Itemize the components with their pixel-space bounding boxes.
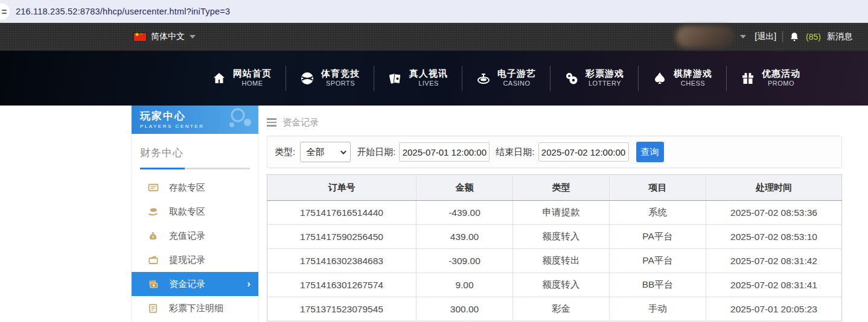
table-cell: 2025-07-02 08:53:10 [706, 225, 842, 249]
search-button[interactable]: 查询 [636, 142, 664, 162]
select-caret-icon [340, 148, 346, 154]
table-cell: 手动 [610, 297, 706, 321]
col-order-id: 订单号 [267, 175, 416, 201]
top-right-group: [退出] (85) 新消息 [676, 23, 852, 51]
logout-link[interactable]: [退出] [755, 31, 776, 42]
main-nav: 网站首页 HOME 体育竞技 SPORTS 真人视讯 LIVES 电子游艺 CA… [0, 51, 868, 106]
nav-item-promo[interactable]: 优惠活动 PROMO [727, 68, 814, 88]
table-row: 1751371523079545300.00彩金手动2025-07-01 20:… [267, 297, 842, 321]
col-type: 类型 [513, 175, 610, 201]
table-cell: 300.00 [416, 297, 513, 321]
table-cell: 1751416301267574 [267, 273, 416, 297]
type-label: 类型: [275, 147, 295, 158]
content-area: 资金记录 类型: 全部 开始日期: 结束日期: 查询 订单号 金额 [267, 106, 842, 321]
end-date-label: 结束日期: [496, 147, 534, 158]
bell-icon[interactable] [789, 31, 800, 42]
sidebar: 玩家中心 PLAYERS CENTER 财务中心 存款专区 取款专区 [131, 106, 259, 322]
deposit-icon [147, 182, 159, 194]
table-cell: -309.00 [416, 249, 513, 273]
start-date-input[interactable] [399, 142, 490, 162]
table-row: 1751417616514440-439.00申请提款系统2025-07-02 … [267, 201, 842, 225]
nav-item-chess[interactable]: 棋牌游戏 CHESS [639, 68, 726, 88]
start-date-label: 开始日期: [357, 147, 395, 158]
nav-item-casino[interactable]: 电子游艺 CASINO [462, 68, 550, 88]
nav-label-en: CASINO [503, 80, 530, 88]
roulette-icon [476, 71, 491, 86]
table-row: 17514163012675749.00额度转入BB平台2025-07-02 0… [267, 273, 842, 297]
sidebar-item-deposit[interactable]: 存款专区 [132, 175, 258, 200]
gift-icon [741, 71, 755, 86]
table-cell: 系统 [610, 201, 706, 225]
sidebar-menu: 存款专区 取款专区 充值记录 提现记录 [132, 175, 258, 322]
table-cell: 额度转入 [513, 273, 610, 297]
nav-item-sports[interactable]: 体育竞技 SPORTS [286, 68, 374, 88]
type-select-value: 全部 [306, 147, 324, 158]
nav-label-en: SPORTS [326, 80, 355, 88]
nav-label-en: HOME [242, 80, 263, 88]
col-processed-time: 处理时间 [706, 175, 842, 201]
table-cell: -439.00 [416, 201, 513, 225]
table-header-row: 订单号 金额 类型 项目 处理时间 [267, 175, 842, 201]
funds-table: 订单号 金额 类型 项目 处理时间 1751417616514440-439.0… [267, 174, 842, 321]
withdraw-record-icon [147, 254, 159, 266]
end-date-input[interactable] [538, 142, 629, 162]
reload-icon[interactable] [0, 3, 10, 20]
funds-record-icon [147, 279, 159, 290]
menu-icon[interactable] [267, 118, 276, 127]
section-rule [140, 168, 250, 169]
sidebar-item-label: 资金记录 [169, 279, 205, 290]
table-cell: 彩金 [513, 297, 610, 321]
nav-item-lottery[interactable]: 彩票游戏 LOTTERY [550, 68, 638, 88]
lottery-balls-icon [564, 71, 579, 86]
table-cell: 额度转出 [513, 249, 610, 273]
sports-ball-icon [300, 71, 314, 86]
table-cell: 2025-07-01 20:05:23 [706, 297, 842, 321]
withdraw-icon [147, 206, 159, 218]
page-title: 资金记录 [282, 117, 319, 128]
table-cell: BB平台 [610, 273, 706, 297]
sidebar-item-lottery-bets[interactable]: 彩票下注明细 [132, 296, 258, 320]
nav-item-lives[interactable]: 真人视讯 LIVES [374, 68, 462, 88]
table-cell: 1751416302384683 [267, 249, 416, 273]
col-amount: 金额 [416, 175, 513, 201]
username-blurred[interactable] [676, 26, 734, 48]
nav-label-zh: 电子游艺 [497, 68, 536, 80]
nav-label-zh: 网站首页 [233, 68, 272, 80]
chevron-down-icon [190, 35, 196, 39]
filter-bar: 类型: 全部 开始日期: 结束日期: 查询 [267, 136, 842, 168]
funds-table-body: 1751417616514440-439.00申请提款系统2025-07-02 … [267, 201, 842, 321]
recharge-record-icon [147, 230, 159, 242]
nav-item-home[interactable]: 网站首页 HOME [198, 68, 286, 88]
table-cell: PA平台 [610, 225, 706, 249]
sidebar-item-recharge-record[interactable]: 充值记录 [132, 224, 258, 248]
message-count: (85) [806, 32, 821, 42]
table-cell: 9.00 [416, 273, 513, 297]
sidebar-item-funds-record[interactable]: 资金记录 › [132, 272, 258, 296]
nav-label-zh: 优惠活动 [762, 68, 800, 80]
table-cell: 2025-07-02 08:31:41 [706, 273, 842, 297]
browser-address-bar: 216.118.235.52:8783/hhcp/usercenter.html… [0, 0, 868, 23]
divider [782, 31, 783, 42]
language-selector[interactable]: 简体中文 [134, 23, 196, 51]
sidebar-item-label: 提现记录 [169, 254, 205, 266]
page-body: 玩家中心 PLAYERS CENTER 财务中心 存款专区 取款专区 [131, 106, 868, 322]
table-cell: 1751417590256450 [267, 225, 416, 249]
gamepad-watermark-icon [203, 107, 255, 134]
user-chevron-down-icon[interactable] [740, 35, 746, 39]
table-cell: 申请提款 [513, 201, 610, 225]
finance-section-label: 财务中心 [140, 146, 250, 160]
message-label[interactable]: 新消息 [827, 31, 852, 42]
type-select[interactable]: 全部 [300, 142, 351, 162]
nav-label-en: LOTTERY [589, 80, 621, 88]
sidebar-item-withdraw-record[interactable]: 提现记录 [132, 248, 258, 272]
table-cell: 1751417616514440 [267, 201, 416, 225]
table-row: 1751416302384683-309.00额度转出PA平台2025-07-0… [267, 249, 842, 273]
language-label: 简体中文 [151, 31, 185, 42]
table-cell: 2025-07-02 08:53:36 [706, 201, 842, 225]
chevron-right-icon: › [247, 278, 251, 290]
lottery-bets-icon [147, 303, 159, 314]
url-text[interactable]: 216.118.235.52:8783/hhcp/usercenter.html… [16, 7, 230, 16]
top-bar: 简体中文 [退出] (85) 新消息 [0, 23, 868, 51]
spade-icon [653, 71, 667, 86]
sidebar-item-withdraw[interactable]: 取款专区 [132, 200, 258, 224]
